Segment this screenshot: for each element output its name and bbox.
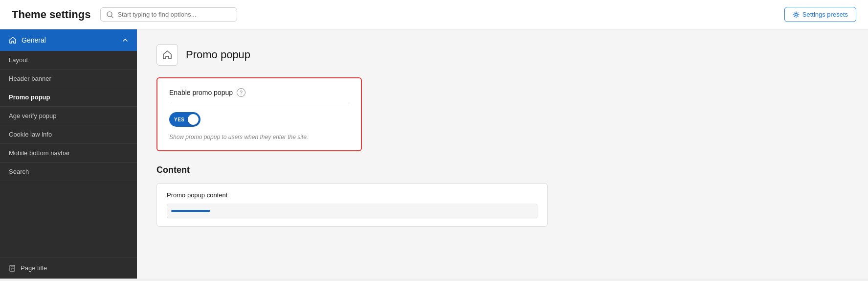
search-bar[interactable]: [100, 7, 237, 22]
enable-popup-label: Enable promo popup: [169, 89, 233, 96]
promo-hint: Show promo popup to users when they ente…: [169, 134, 349, 140]
blue-bar-indicator: [171, 210, 210, 212]
home-icon: [9, 36, 17, 44]
chevron-up-icon: [122, 37, 128, 43]
top-header: Theme settings Settings presets: [0, 0, 868, 29]
enable-promo-card: Enable promo popup ? YES Show promo popu…: [156, 77, 362, 151]
sidebar-item-header-banner[interactable]: Header banner: [0, 70, 137, 88]
toggle-row: YES: [169, 112, 349, 127]
house-icon-box: [156, 44, 178, 66]
promo-card-title-row: Enable promo popup ?: [169, 88, 349, 97]
sidebar-general-label: General: [22, 36, 46, 44]
page-icon: [9, 265, 16, 272]
settings-presets-button[interactable]: Settings presets: [784, 7, 856, 22]
promo-popup-toggle[interactable]: YES: [169, 112, 200, 127]
content-section-label: Content: [156, 165, 848, 175]
sidebar-item-cookie-law[interactable]: Cookie law info: [0, 125, 137, 144]
svg-point-2: [795, 13, 797, 16]
section-title-row: Promo popup: [156, 44, 848, 66]
sidebar-item-mobile-navbar[interactable]: Mobile bottom navbar: [0, 144, 137, 163]
sidebar: General Layout Header banner Promo popup…: [0, 29, 137, 279]
content-input-placeholder[interactable]: [167, 204, 537, 218]
content-area: Promo popup Enable promo popup ? YES Sho…: [137, 29, 868, 279]
main-layout: General Layout Header banner Promo popup…: [0, 29, 868, 279]
sidebar-item-layout[interactable]: Layout: [0, 51, 137, 70]
section-heading: Promo popup: [186, 48, 250, 61]
promo-popup-content-card: Promo popup content: [156, 183, 548, 227]
sidebar-item-age-verify[interactable]: Age verify popup: [0, 107, 137, 125]
toggle-track: YES: [169, 112, 200, 127]
gear-icon: [793, 11, 800, 18]
search-input[interactable]: [117, 11, 231, 18]
toggle-yes-label: YES: [174, 117, 185, 122]
search-icon: [107, 11, 113, 18]
house-icon: [162, 49, 173, 60]
card-divider: [169, 105, 349, 105]
settings-presets-label: Settings presets: [802, 11, 848, 18]
sidebar-item-promo-popup[interactable]: Promo popup: [0, 88, 137, 107]
sidebar-page-title-label: Page title: [21, 264, 47, 272]
promo-popup-content-label: Promo popup content: [167, 191, 537, 199]
sidebar-page-title-section[interactable]: Page title: [0, 257, 137, 279]
toggle-thumb: [188, 114, 199, 125]
page-title: Theme settings: [12, 8, 90, 21]
sidebar-general-left: General: [9, 36, 46, 44]
sidebar-general-section[interactable]: General: [0, 29, 137, 51]
sidebar-item-search[interactable]: Search: [0, 163, 137, 181]
help-icon[interactable]: ?: [237, 88, 245, 97]
svg-line-1: [111, 16, 113, 18]
